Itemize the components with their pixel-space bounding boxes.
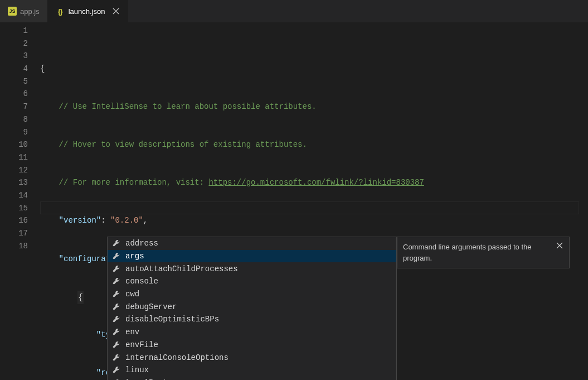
json-file-icon: {} — [55, 7, 65, 16]
current-line-highlight — [40, 201, 579, 214]
property-icon — [112, 264, 121, 273]
intellisense-suggest-widget[interactable]: address args autoAttachChildProcesses co… — [107, 237, 397, 380]
doc-text: Command line arguments passed to the pro… — [403, 242, 563, 263]
tab-bar: JS app.js {} launch.json — [0, 0, 588, 22]
suggest-item[interactable]: address — [108, 237, 396, 250]
tab-app-js[interactable]: JS app.js — [0, 0, 47, 22]
property-icon — [112, 252, 121, 261]
suggest-item[interactable]: disableOptimisticBPs — [108, 313, 396, 326]
tab-launch-json[interactable]: {} launch.json — [47, 0, 129, 22]
property-icon — [112, 277, 121, 286]
property-icon — [112, 290, 121, 299]
suggest-item[interactable]: autoAttachChildProcesses — [108, 262, 396, 275]
property-icon — [112, 353, 121, 362]
line-number-gutter: 1 2 3 4 5 6 7 8 9 10 11 12 13 14 15 16 1… — [0, 22, 40, 380]
property-icon — [112, 340, 121, 349]
property-icon — [112, 239, 121, 248]
close-icon[interactable] — [555, 240, 565, 251]
suggest-item[interactable]: linux — [108, 364, 396, 377]
property-icon — [112, 315, 121, 324]
tab-label: app.js — [20, 7, 40, 16]
suggest-item[interactable]: env — [108, 326, 396, 339]
property-icon — [112, 365, 121, 374]
js-file-icon: JS — [8, 7, 17, 16]
suggest-item[interactable]: envFile — [108, 339, 396, 352]
suggest-item[interactable]: console — [108, 275, 396, 288]
tab-label: launch.json — [69, 7, 105, 16]
close-icon[interactable] — [111, 7, 120, 16]
suggest-item[interactable]: args — [108, 250, 396, 263]
suggest-item[interactable]: localRoot — [108, 377, 396, 380]
suggest-item[interactable]: internalConsoleOptions — [108, 351, 396, 364]
suggest-item[interactable]: debugServer — [108, 300, 396, 313]
property-icon — [112, 302, 121, 311]
property-icon — [112, 328, 121, 336]
suggest-item[interactable]: cwd — [108, 288, 396, 301]
intellisense-doc-widget: Command line arguments passed to the pro… — [397, 237, 570, 268]
editor[interactable]: 1 2 3 4 5 6 7 8 9 10 11 12 13 14 15 16 1… — [0, 22, 588, 380]
